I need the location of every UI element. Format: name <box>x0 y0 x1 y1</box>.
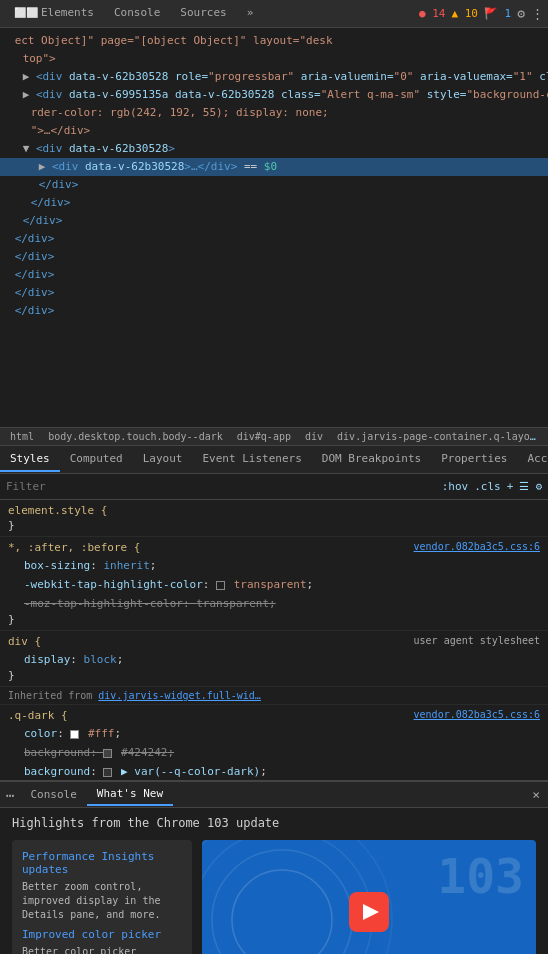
style-prop: background: ▶ var(--q-color-dark); <box>8 762 540 780</box>
color-swatch[interactable] <box>216 581 225 590</box>
tree-line[interactable]: ect Object]" page="[object Object]" layo… <box>0 32 548 50</box>
tab-console-bottom[interactable]: Console <box>20 784 86 805</box>
breadcrumb-item[interactable]: div.jarvis-page-container.q-layo... <box>337 431 548 442</box>
tree-line[interactable]: ">…</div> <box>0 122 548 140</box>
devtools-icons: ● 14 ▲ 10 🚩 1 ⚙ ⋮ <box>419 6 544 21</box>
tab-computed[interactable]: Computed <box>60 447 133 472</box>
tree-line[interactable]: </div> <box>0 266 548 284</box>
settings-icon[interactable]: ⚙ <box>517 6 525 21</box>
breadcrumb: html body.desktop.touch.body--dark div#q… <box>0 428 548 446</box>
tree-line[interactable]: </div> <box>0 212 548 230</box>
top-tab-bar: ⬜⬜Elements Console Sources » ● 14 ▲ 10 🚩… <box>0 0 548 28</box>
filter-input[interactable] <box>6 480 438 493</box>
style-prop: background: #424242; <box>8 743 540 762</box>
breadcrumb-item[interactable]: html <box>10 431 34 442</box>
prop-val: block <box>84 653 117 666</box>
rule-selector[interactable]: element.style { <box>8 504 540 517</box>
whats-new-card: Performance Insights updates Better zoom… <box>12 840 192 954</box>
rule-source: user agent stylesheet <box>414 635 540 650</box>
whats-new-title: Highlights from the Chrome 103 update <box>12 816 536 830</box>
style-rule-div: div { user agent stylesheet display: blo… <box>0 631 548 687</box>
whats-new-panel: Highlights from the Chrome 103 update Pe… <box>0 808 548 954</box>
hov-button[interactable]: :hov <box>442 480 469 493</box>
prop-name: -moz-tap-highlight-color <box>24 597 183 610</box>
bottom-dots[interactable]: ⋯ <box>0 783 20 807</box>
error-badge[interactable]: ● 14 <box>419 7 446 20</box>
color-swatch[interactable] <box>103 768 112 777</box>
tree-line[interactable]: </div> <box>0 284 548 302</box>
tab-event-listeners[interactable]: Event Listeners <box>192 447 311 472</box>
tree-line[interactable]: top"> <box>0 50 548 68</box>
tree-line[interactable]: rder-color: rgb(242, 192, 55); display: … <box>0 104 548 122</box>
svg-point-0 <box>232 870 332 954</box>
tab-layout[interactable]: Layout <box>133 447 193 472</box>
prop-val: transparent <box>196 597 269 610</box>
breadcrumb-item[interactable]: body.desktop.touch.body--dark <box>48 431 223 442</box>
filter-bar: :hov .cls + ☰ ⚙ <box>0 474 548 500</box>
cls-button[interactable]: .cls <box>474 480 501 493</box>
prop-name: background <box>24 746 90 759</box>
tab-more[interactable]: » <box>237 2 264 25</box>
tree-line[interactable]: ▶ <div data-v-6995135a data-v-62b30528 c… <box>0 86 548 104</box>
tab-elements[interactable]: ⬜⬜Elements <box>4 2 104 25</box>
wn-card-title[interactable]: Performance Insights updates <box>22 850 182 876</box>
whats-new-video[interactable]: 103 new <box>202 840 536 954</box>
style-prop: color: #fff; <box>8 724 540 743</box>
svg-point-2 <box>202 840 372 954</box>
tree-line[interactable]: </div> <box>0 176 548 194</box>
prop-val: #424242 <box>121 746 167 759</box>
tree-line[interactable]: ▶ <div data-v-62b30528 role="progressbar… <box>0 68 548 86</box>
tab-styles[interactable]: Styles <box>0 447 60 472</box>
tab-accessibility[interactable]: Accessibility <box>517 447 548 472</box>
color-swatch[interactable] <box>103 749 112 758</box>
style-rule-element: element.style { } <box>0 500 548 537</box>
rule-selector[interactable]: *, :after, :before { <box>8 541 140 554</box>
inherited-label: Inherited from div.jarvis-widget.full-wi… <box>0 687 548 705</box>
rule-closing: } <box>8 519 540 532</box>
prop-name: box-sizing <box>24 559 90 572</box>
add-rule-icon[interactable]: + <box>507 480 514 493</box>
whats-new-cards: Performance Insights updates Better zoom… <box>12 840 536 954</box>
rule-closing: } <box>8 669 540 682</box>
rule-selector[interactable]: div { <box>8 635 41 648</box>
breadcrumb-item[interactable]: div <box>305 431 323 442</box>
wn-card-subtext: Better color picker selection... <box>22 945 182 954</box>
style-rule-q-dark: .q-dark { vendor.082ba3c5.css:6 color: #… <box>0 705 548 780</box>
tree-line[interactable]: ▼ <div data-v-62b30528> <box>0 140 548 158</box>
style-prop: -moz-tap-highlight-color: transparent; <box>8 594 540 613</box>
close-bottom-panel[interactable]: × <box>524 783 548 806</box>
tab-whats-new[interactable]: What's New <box>87 783 173 806</box>
prop-val: ▶ var(--q-color-dark) <box>121 765 260 778</box>
panel-tab-bar: Styles Computed Layout Event Listeners D… <box>0 446 548 474</box>
prop-val: inherit <box>103 559 149 572</box>
styles-panel: element.style { } *, :after, :before { v… <box>0 500 548 780</box>
video-number: 103 <box>437 848 524 904</box>
settings-icon-sm[interactable]: ⚙ <box>535 480 542 493</box>
rule-selector[interactable]: .q-dark { <box>8 709 68 722</box>
toggle-icon[interactable]: ☰ <box>519 480 529 493</box>
tab-dom-breakpoints[interactable]: DOM Breakpoints <box>312 447 431 472</box>
tree-line-selected[interactable]: ▶ <div data-v-62b30528>…</div> == $0 <box>0 158 548 176</box>
tab-console[interactable]: Console <box>104 2 170 25</box>
html-tree: ect Object]" page="[object Object]" layo… <box>0 28 548 428</box>
inherited-from-link[interactable]: div.jarvis-widget.full-wid… <box>98 690 261 701</box>
breadcrumb-item[interactable]: div#q-app <box>237 431 291 442</box>
tree-line[interactable]: </div> <box>0 230 548 248</box>
tab-sources[interactable]: Sources <box>170 2 236 25</box>
style-prop: display: block; <box>8 650 540 669</box>
prop-name: -webkit-tap-highlight-color <box>24 578 203 591</box>
tree-line[interactable]: </div> <box>0 194 548 212</box>
tree-line[interactable]: </div> <box>0 248 548 266</box>
color-swatch[interactable] <box>70 730 79 739</box>
more-icon[interactable]: ⋮ <box>531 6 544 21</box>
rule-source-link[interactable]: vendor.082ba3c5.css:6 <box>414 709 540 724</box>
wn-card-subtitle[interactable]: Improved color picker <box>22 928 182 941</box>
tab-properties[interactable]: Properties <box>431 447 517 472</box>
style-prop: -webkit-tap-highlight-color: transparent… <box>8 575 540 594</box>
warn-badge[interactable]: ▲ 10 <box>451 7 478 20</box>
video-play-button[interactable] <box>349 892 389 932</box>
rule-source-link[interactable]: vendor.082ba3c5.css:6 <box>414 541 540 556</box>
tree-line[interactable]: </div> <box>0 302 548 320</box>
prop-name: background <box>24 765 90 778</box>
info-badge[interactable]: 🚩 1 <box>484 7 511 20</box>
